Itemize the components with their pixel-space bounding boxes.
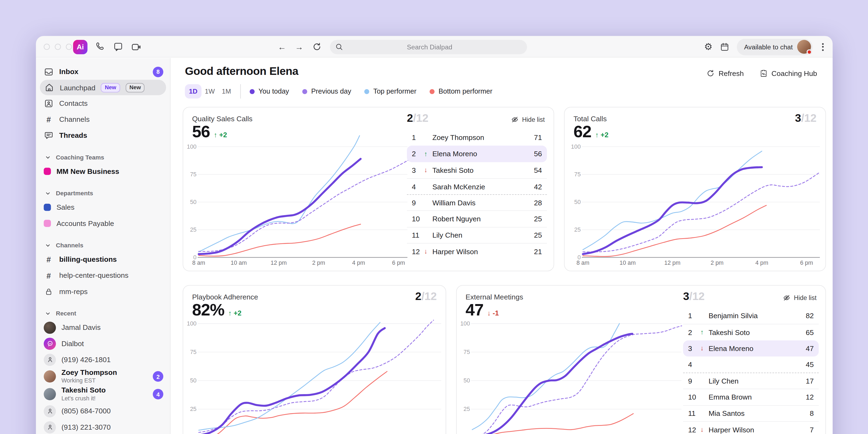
sidebar-item-channels[interactable]: # Channels [36,111,170,127]
leaderboard-rank: 10 [688,393,701,401]
leaderboard-name: Benjamin Silvia [709,312,806,320]
svg-text:25: 25 [574,226,581,233]
svg-text:100: 100 [571,144,581,150]
sidebar-item-zoey-thompson[interactable]: Zoey ThompsonWorking EST 2 [36,368,170,385]
leaderboard-name: Elena Moreno [709,344,806,352]
leaderboard-row[interactable]: 12↓Harper Wilson7 [683,421,818,434]
refresh-label: Refresh [718,69,744,78]
sidebar-item-accounts-payable[interactable]: Accounts Payable [36,215,170,231]
leaderboard-rank: 3 [412,166,424,175]
section-header-coaching-teams[interactable]: Coaching Teams [36,151,170,163]
hide-list-button[interactable]: Hide list [511,116,545,124]
kebab-menu-icon[interactable] [820,41,826,53]
sidebar-item-sales[interactable]: Sales [36,199,170,215]
leaderboard-row-highlighted[interactable]: 3↓Elena Moreno47 [683,340,818,356]
leaderboard-row[interactable]: 9William Davis28 [407,194,547,211]
back-icon[interactable]: ← [278,42,286,52]
svg-text:12 pm: 12 pm [664,259,681,266]
leaderboard-row[interactable]: 4Sarah McKenzie42 [407,178,547,194]
leaderboard: 1Benjamin Silvia82 2↑Takeshi Soto65 3↓El… [683,308,818,434]
sidebar-item-label: Inbox [59,67,79,76]
tab-1m[interactable]: 1M [218,84,235,98]
refresh-button[interactable]: Refresh [706,69,744,78]
card-title: Playbook Adherence [192,293,258,301]
window-controls[interactable] [44,36,72,58]
sidebar-item-dialbot[interactable]: Dialbot [36,336,170,351]
leaderboard-row[interactable]: 12↓Harper Wilson21 [407,243,547,259]
window-control-dot[interactable] [66,44,72,50]
leaderboard-rank: 2 [688,328,701,337]
section-header-departments[interactable]: Departments [36,187,170,199]
leaderboard-row[interactable]: 3↓Takeshi Soto54 [407,162,547,178]
leaderboard-row[interactable]: 10Emma Brown12 [683,389,818,405]
svg-text:100: 100 [187,144,197,150]
svg-text:25: 25 [190,226,197,233]
legend-dot [250,89,254,94]
sidebar-item-phone-805[interactable]: (805) 684-7000 [36,403,170,419]
svg-text:6 pm: 6 pm [800,259,813,266]
sidebar-item-takeshi-soto[interactable]: Takeshi SotoLet's crush it! 4 [36,385,170,403]
section-header-channels[interactable]: Channels [36,239,170,251]
leaderboard-row[interactable]: 10Robert Nguyen25 [407,211,547,227]
leaderboard-row[interactable]: 2↑Takeshi Soto65 [683,324,818,340]
legend-dot [430,89,435,94]
calendar-icon[interactable] [720,42,730,52]
page-title: Good afternoon Elena [185,65,299,78]
gear-icon[interactable]: ⚙ [704,42,713,52]
sidebar-item-contacts[interactable]: Contacts [36,95,170,111]
leaderboard-value: 7 [810,426,814,434]
leaderboard-rank: 11 [412,231,424,240]
leaderboard-value: 17 [806,377,814,385]
sidebar-item-billing-questions[interactable]: # billing-questions [36,251,170,268]
sidebar-item-mm-reps[interactable]: mm-reps [36,283,170,300]
window-control-dot[interactable] [44,44,50,50]
search-bar[interactable] [330,40,527,54]
leaderboard-row[interactable]: 1Zoey Thompson71 [407,130,547,146]
availability-pill[interactable]: Available to chat [737,38,813,55]
tab-1w[interactable]: 1W [202,84,218,98]
leaderboard-value: 12 [806,393,814,401]
coaching-hub-icon [759,69,768,78]
phone-icon[interactable] [95,41,106,52]
leaderboard-value: 21 [534,247,542,256]
leaderboard-row[interactable]: 11Mia Santos8 [683,405,818,421]
sidebar-item-help-center-questions[interactable]: # help-center-questions [36,268,170,283]
leaderboard-rank: 1 [688,312,701,320]
svg-text:12 pm: 12 pm [271,259,287,266]
sidebar-item-launchpad[interactable]: Launchpad New New [40,80,166,95]
coaching-hub-button[interactable]: Coaching Hub [759,69,817,78]
sidebar-item-threads[interactable]: Threads [36,127,170,143]
leaderboard-row[interactable]: 11Lily Chen25 [407,227,547,243]
avatar[interactable] [797,40,811,54]
forward-icon[interactable]: → [295,42,304,52]
leaderboard-row[interactable]: 1Benjamin Silvia82 [683,308,818,324]
window-control-dot[interactable] [55,44,61,50]
reload-icon[interactable] [312,42,322,52]
sidebar-item-phone-913[interactable]: (913) 221-3070 [36,419,170,434]
leaderboard-row-highlighted[interactable]: 2↑Elena Moreno56 [407,146,547,162]
chat-icon[interactable] [113,41,123,52]
leaderboard-row[interactable]: 445 [683,356,818,373]
rank-down-icon: ↓ [701,344,709,352]
dialbot-avatar [44,337,56,350]
sidebar-item-jamal-davis[interactable]: Jamal Davis [36,319,170,336]
video-icon[interactable] [131,41,142,52]
sidebar-item-inbox[interactable]: Inbox 8 [36,64,170,80]
chevron-down-icon [45,242,51,248]
leaderboard-row[interactable]: 9Lily Chen17 [683,373,818,389]
leaderboard-name: Zoey Thompson [432,133,534,142]
section-header-recent[interactable]: Recent [36,307,170,319]
sidebar-item-phone-919[interactable]: (919) 426-1801 [36,351,170,368]
sidebar-item-mm-new-business[interactable]: MM New Business [36,163,170,179]
hide-list-button[interactable]: Hide list [783,294,816,302]
tab-1d[interactable]: 1D [185,84,202,98]
leaderboard-value: 71 [534,133,542,142]
rank-indicator: 2/12 [407,112,428,124]
leaderboard-name: Robert Nguyen [432,215,534,223]
leaderboard-name: Harper Wilson [709,426,810,434]
search-input[interactable] [330,40,529,54]
sidebar-item-label: mm-reps [59,287,88,296]
leaderboard: 1Zoey Thompson71 2↑Elena Moreno56 3↓Take… [407,130,547,259]
hash-icon: # [44,271,54,280]
dialpad-logo-text: Ai [77,42,84,51]
